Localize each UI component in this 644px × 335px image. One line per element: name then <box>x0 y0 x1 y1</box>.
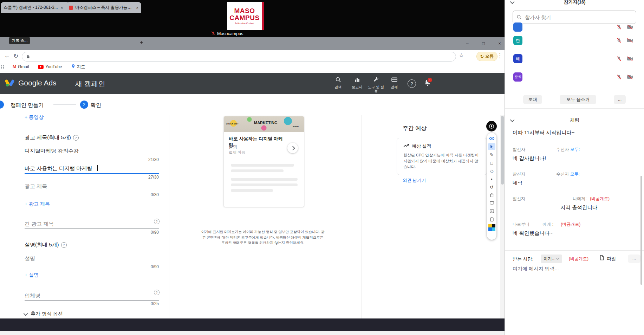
tab-close-icon[interactable]: × <box>61 6 63 10</box>
chat-to-value[interactable]: 모두: <box>570 147 580 152</box>
url-input[interactable] <box>33 53 452 60</box>
header-reports-button[interactable]: 보고서 <box>348 77 366 89</box>
headline-2-input[interactable] <box>25 163 159 174</box>
participant-mic-muted-icon[interactable] <box>616 56 622 63</box>
header-billing-button[interactable]: 결제 <box>386 77 402 89</box>
step-2-circle: 2 <box>80 101 88 109</box>
forecast-title: 주간 예상 <box>403 125 427 132</box>
browser-menu-icon[interactable]: ⋮ <box>497 52 503 59</box>
bar-chart-icon <box>354 77 360 84</box>
help-circle-icon[interactable] <box>154 290 160 295</box>
chat-from-label: 발신자 <box>513 172 525 176</box>
file-icon[interactable] <box>599 255 605 262</box>
chat-to-label: 나에게: <box>573 196 586 201</box>
add-description-button[interactable]: + 설명 <box>25 272 39 278</box>
business-name-input[interactable] <box>25 290 159 301</box>
participants-more-button[interactable]: ... <box>614 95 626 104</box>
address-bar[interactable] <box>22 52 456 62</box>
preview-business-name: 업체 이름 <box>229 150 245 155</box>
help-circle-icon[interactable] <box>61 242 67 248</box>
browser-tab-masocampus[interactable]: 마소캠퍼스 – 즉시 활용가능한... × <box>66 2 141 13</box>
help-icon[interactable]: ? <box>408 79 416 88</box>
browser-scrollbar-thumb[interactable] <box>501 116 504 185</box>
image-icon[interactable] <box>488 208 495 215</box>
headline-2-counter: 27/30 <box>25 175 159 180</box>
new-tab-button[interactable]: + <box>140 39 143 46</box>
add-video-button[interactable]: + 동영상 <box>25 114 44 121</box>
participant-video-off-icon[interactable] <box>627 75 633 81</box>
reload-icon[interactable]: ↻ <box>13 52 18 60</box>
dot-tool-icon[interactable]: ● <box>488 175 495 182</box>
participant-search-input[interactable] <box>524 13 631 21</box>
ad-preview-image: CHECK LIST MARKETING WWW <box>224 116 304 132</box>
file-button-label[interactable]: 파일 <box>607 256 616 262</box>
monitor-icon[interactable] <box>488 200 495 207</box>
youtube-icon <box>38 65 44 69</box>
recording-badge: 기록 중... <box>9 37 30 44</box>
feedback-link[interactable]: 의견 남기기 <box>403 178 426 183</box>
diamond-tool-icon[interactable]: ◇ <box>488 167 495 174</box>
participant-search-box[interactable] <box>513 11 636 24</box>
mute-all-button[interactable]: 모두 음소거 <box>560 95 596 104</box>
browser-tab-campaign[interactable]: 스쿨루) 캠페인 - 172-361-3... × <box>1 2 70 13</box>
headline-3-input[interactable] <box>25 181 159 191</box>
add-headline-button[interactable]: + 광고 제목 <box>25 201 50 207</box>
preview-description: 설명 <box>229 144 237 150</box>
header-search-button[interactable]: 검색 <box>330 77 346 89</box>
invite-button[interactable]: 초대 <box>523 95 542 104</box>
tab-close-icon[interactable]: × <box>136 6 138 10</box>
color-palette-icon[interactable] <box>488 224 495 231</box>
credit-card-icon <box>391 77 397 84</box>
description-input[interactable] <box>25 253 159 263</box>
step-1-label[interactable]: 캠페인 만들기 <box>11 102 44 109</box>
participant-avatar[interactable]: 준희 <box>513 72 522 82</box>
show-hide-eye-icon[interactable] <box>488 135 495 142</box>
long-headline-input[interactable] <box>25 219 159 229</box>
bookmark-youtube[interactable]: YouTube <box>38 64 62 69</box>
participant-mic-muted-icon[interactable] <box>616 38 622 45</box>
back-icon[interactable]: ← <box>4 52 10 59</box>
rectangle-tool-icon[interactable]: □ <box>488 159 495 166</box>
header-tools-button[interactable]: 도구 및 설정 <box>366 77 386 93</box>
chat-to-value[interactable]: 모두: <box>570 172 580 176</box>
brand-name[interactable]: Google Ads <box>18 79 57 87</box>
error-chip[interactable]: ↻ 오류 <box>476 52 497 61</box>
panel-scrollbar-thumb[interactable] <box>640 176 642 285</box>
participant-video-off-icon[interactable] <box>627 56 633 63</box>
participants-title: 참가자(16) <box>505 0 644 5</box>
notification-badge: ! <box>427 77 433 83</box>
clipboard-icon[interactable] <box>488 216 495 223</box>
participant-avatar[interactable]: 한 <box>513 36 522 45</box>
annotation-toolbar: ✎ □ ◇ ● ↺ <box>487 133 496 240</box>
select-cursor-icon[interactable] <box>488 143 495 150</box>
maps-pin-icon <box>71 64 75 70</box>
step-2-label[interactable]: 확인 <box>91 102 101 109</box>
recipient-dropdown[interactable]: 이가... <box>541 255 562 263</box>
participant-avatar[interactable] <box>513 22 522 32</box>
headline-1-input[interactable] <box>25 146 159 156</box>
skeleton-bar <box>231 189 273 192</box>
maso-campus-logo: MASO CAMPUS Actionable Content <box>227 2 264 30</box>
bookmark-maps[interactable]: 지도 <box>71 64 85 70</box>
more-format-options-toggle[interactable]: 추가 형식 옵션 <box>25 311 63 317</box>
notifications-bell-icon[interactable]: ! <box>424 79 431 88</box>
participant-mic-muted-icon[interactable] <box>616 74 622 81</box>
participant-video-off-icon[interactable] <box>627 38 633 44</box>
participant-mic-muted-icon[interactable] <box>616 24 622 31</box>
pen-icon[interactable]: ✎ <box>488 151 495 158</box>
help-circle-icon[interactable] <box>73 135 79 141</box>
trash-icon[interactable] <box>488 192 495 199</box>
undo-icon[interactable]: ↺ <box>488 183 495 191</box>
bookmark-star-icon[interactable]: ☆ <box>459 52 464 59</box>
preview-next-button[interactable] <box>287 143 298 153</box>
bookmark-gmail[interactable]: M Gmail <box>13 64 29 69</box>
chat-message-input[interactable] <box>512 263 640 274</box>
participant-avatar[interactable]: 혜 <box>513 54 522 63</box>
participant-video-off-icon[interactable] <box>627 25 633 31</box>
window-minimize-button[interactable]: – <box>460 37 475 50</box>
help-circle-icon[interactable] <box>154 219 160 224</box>
annotation-compass-icon[interactable] <box>486 121 497 131</box>
window-maximize-button[interactable]: □ <box>476 37 491 50</box>
apps-grid-icon[interactable] <box>1 65 4 69</box>
chat-more-button[interactable]: ... <box>628 255 640 263</box>
